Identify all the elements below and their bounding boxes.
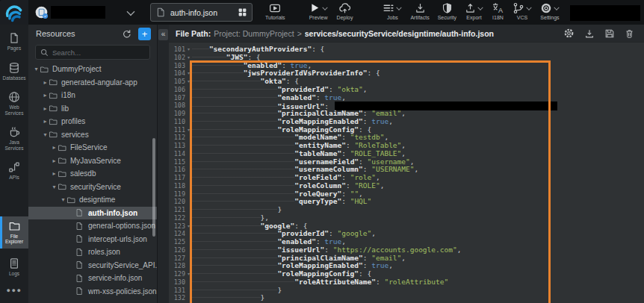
topbar-action-label: Security (438, 15, 456, 20)
line-number: 115 (169, 158, 185, 166)
code-line-106: 106 "providerId": "okta", (169, 86, 644, 94)
tree-item-securityService_API.json[interactable]: securityService_API.json (28, 259, 157, 272)
line-number: 121 (169, 206, 185, 214)
caret-right-icon[interactable]: ▸ (42, 105, 49, 112)
topbar-action-artifacts[interactable]: Artifacts (410, 1, 429, 20)
topbar-action-label: Artifacts (410, 15, 429, 20)
topbar-action-tutorials[interactable]: Tutorials (265, 1, 285, 20)
fold-spacer (185, 62, 192, 70)
activity-item-java-services[interactable]: Java Services (0, 125, 28, 152)
tree-item-salesdb[interactable]: ▸salesdb (28, 167, 157, 181)
chevron-down-icon[interactable] (478, 5, 483, 10)
topbar-action-i18n[interactable]: AI18N (492, 1, 504, 20)
code-line-content: } (192, 294, 264, 302)
refresh-icon[interactable] (122, 29, 131, 39)
breadcrumb-separator: > (297, 29, 302, 38)
fold-marker-icon[interactable]: ▾ (185, 54, 192, 62)
chevron-down-icon[interactable] (127, 8, 134, 16)
tree-item-auth-info.json[interactable]: auth-info.json (28, 207, 157, 220)
app-logo[interactable] (0, 0, 28, 25)
tree-item-i18n[interactable]: ▸i18n (28, 89, 157, 102)
caret-down-icon[interactable]: ▾ (51, 184, 58, 190)
topbar-action-vcs[interactable]: VCS (513, 1, 532, 20)
chevron-down-icon[interactable] (527, 5, 532, 10)
tree-item-securityService[interactable]: ▾securityService (28, 181, 157, 194)
caret-right-icon[interactable]: ▸ (42, 118, 49, 125)
more-dots-icon: ●●● (7, 287, 22, 294)
fold-marker-icon[interactable]: ▾ (185, 222, 192, 231)
topbar-action-deploy[interactable]: Deploy (337, 1, 353, 20)
caret-right-icon[interactable]: ▸ (51, 144, 58, 151)
delete-file-icon[interactable] (625, 28, 634, 39)
tree-item-DummyProject[interactable]: ▾DummyProject (28, 63, 157, 76)
line-number: 122 (169, 214, 185, 222)
tree-item-wm-xss-policies.json[interactable]: wm-xss-policies.json (28, 285, 157, 299)
search-input[interactable] (52, 49, 151, 57)
tree-item-FileService[interactable]: ▸FileService (28, 141, 157, 154)
activity-item-databases[interactable]: Databases (0, 60, 28, 83)
line-number: 125 (169, 238, 185, 246)
file-icon (75, 208, 86, 217)
fold-marker-icon[interactable]: ▾ (185, 46, 192, 54)
tree-item-designtime[interactable]: ▾designtime (28, 193, 157, 207)
tree-item-MyJavaService[interactable]: ▸MyJavaService (28, 154, 157, 168)
caret-right-icon[interactable]: ▸ (42, 92, 49, 99)
topbar-action-security[interactable]: Security (438, 1, 456, 20)
activity-item-web-services[interactable]: Web Services (0, 90, 28, 117)
chevron-down-icon[interactable] (554, 5, 560, 10)
topbar-action-settings[interactable]: Settings (540, 1, 560, 20)
activity-item-apis[interactable]: APIs (0, 160, 28, 182)
activity-item-label: Pages (7, 46, 21, 51)
caret-down-icon[interactable]: ▾ (33, 66, 40, 72)
tree-item-label: securityService_API.json (88, 261, 157, 269)
folder-icon (58, 182, 68, 191)
fold-marker-icon[interactable]: ▾ (185, 126, 192, 134)
fold-marker-icon[interactable]: ▾ (185, 270, 192, 278)
settings-gear-icon[interactable] (563, 28, 575, 39)
fold-marker-icon[interactable]: ▾ (185, 69, 192, 78)
file-tab[interactable]: auth-info.json (150, 3, 253, 22)
breadcrumb: File Path: Project: DummyProject > servi… (169, 25, 644, 43)
code-area[interactable]: 101▾ "secondaryAuthProviders": {102▾ "JW… (169, 43, 644, 303)
topbar-action-jobs[interactable]: Jobs (383, 1, 402, 20)
tree-item-generated-angular-app[interactable]: ▸generated-angular-app (28, 76, 157, 90)
project-selector[interactable] (35, 6, 134, 19)
activity-item-more[interactable]: ●●● (0, 285, 28, 296)
activity-item-pages[interactable]: Pages (0, 31, 28, 53)
chevron-down-icon[interactable] (397, 5, 402, 10)
activity-item-logs[interactable]: Logs (0, 256, 28, 278)
add-resource-button[interactable]: + (138, 28, 151, 40)
search-box[interactable] (35, 45, 150, 60)
tree-item-roles.json[interactable]: roles.json (28, 246, 157, 259)
line-number: 113 (169, 142, 185, 150)
tree-scrollbar[interactable] (152, 138, 155, 237)
activity-item-file-explorer[interactable]: File Explorer (0, 216, 28, 249)
i18n-icon: A (492, 2, 504, 14)
folder-icon (58, 169, 68, 178)
tree-item-profiles[interactable]: ▸profiles (28, 115, 157, 128)
tree-item-services[interactable]: ▾services (28, 128, 157, 142)
caret-down-icon[interactable]: ▾ (42, 131, 49, 138)
tree-item-label: i18n (61, 91, 75, 99)
tree-item-label: service-info.json (88, 274, 142, 282)
tree-item-lib[interactable]: ▸lib (28, 102, 157, 116)
grid-icon[interactable] (238, 8, 247, 16)
topbar-action-export[interactable]: Export (465, 1, 483, 20)
download-file-icon[interactable] (584, 28, 595, 39)
line-number: 128 (169, 262, 185, 270)
tree-item-general-options.json[interactable]: general-options.json (28, 219, 157, 233)
caret-right-icon[interactable]: ▸ (42, 79, 49, 86)
code-lines: 101▾ "secondaryAuthProviders": {102▾ "JW… (169, 46, 644, 302)
tree-item-service-info.json[interactable]: service-info.json (28, 272, 157, 285)
caret-right-icon[interactable]: ▸ (51, 170, 58, 177)
chevron-down-icon[interactable] (322, 5, 327, 10)
topbar-action-preview[interactable]: Preview (309, 1, 328, 20)
fold-marker-icon[interactable]: ▾ (185, 78, 192, 86)
breadcrumb-project[interactable]: Project: DummyProject (214, 29, 294, 38)
caret-right-icon[interactable]: ▸ (51, 157, 58, 164)
collapse-panel-button[interactable]: « (158, 29, 168, 40)
fold-spacer (185, 150, 192, 158)
caret-down-icon[interactable]: ▾ (60, 196, 66, 203)
save-file-icon[interactable] (604, 28, 615, 39)
tree-item-intercept-urls.json[interactable]: intercept-urls.json (28, 233, 157, 246)
